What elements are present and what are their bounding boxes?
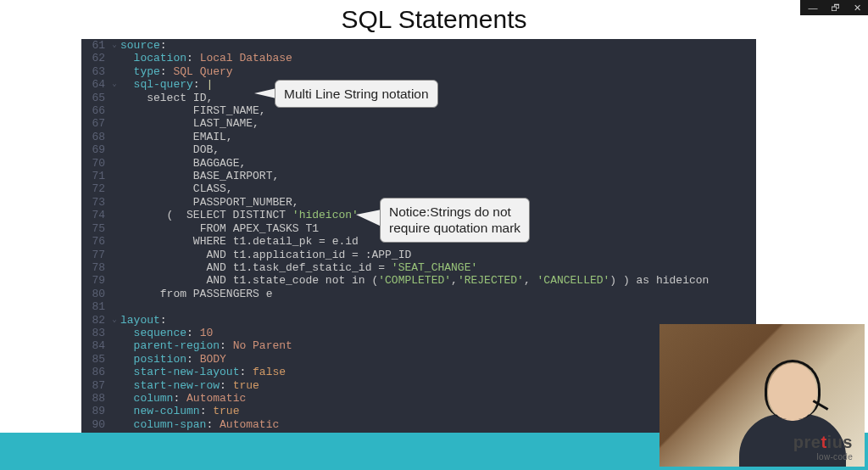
code-line[interactable]: 80 from PASSENGERS e bbox=[81, 288, 756, 300]
line-number: 88 bbox=[81, 392, 108, 405]
code-content: new-column: true bbox=[120, 405, 239, 417]
slide-title: SQL Statements bbox=[0, 0, 868, 41]
line-number: 67 bbox=[81, 117, 108, 130]
code-line[interactable]: 85 position: BODY bbox=[81, 353, 756, 366]
code-line[interactable]: 61⌄source: bbox=[81, 39, 756, 52]
line-number: 76 bbox=[81, 235, 108, 248]
line-number: 65 bbox=[81, 92, 108, 104]
fold-icon bbox=[108, 261, 120, 274]
code-content: select ID, bbox=[120, 92, 213, 104]
line-number: 70 bbox=[81, 157, 108, 170]
code-content: AND t1.task_def_static_id = 'SEAT_CHANGE… bbox=[120, 261, 477, 274]
fold-icon bbox=[108, 249, 120, 261]
fold-icon bbox=[108, 327, 120, 339]
code-content: sequence: 10 bbox=[120, 327, 213, 339]
fold-icon bbox=[108, 366, 120, 378]
code-content: source: bbox=[120, 39, 167, 52]
code-line[interactable]: 68 EMAIL, bbox=[81, 131, 756, 143]
fold-icon bbox=[108, 196, 120, 209]
code-line[interactable]: 83 sequence: 10 bbox=[81, 327, 756, 339]
code-line[interactable]: 86 start-new-layout: false bbox=[81, 366, 756, 378]
code-line[interactable]: 89 new-column: true bbox=[81, 405, 756, 417]
code-content: from PASSENGERS e bbox=[120, 288, 272, 300]
fold-icon bbox=[108, 104, 120, 117]
code-line[interactable]: 77 AND t1.application_id = :APP_ID bbox=[81, 249, 756, 261]
code-content: BAGGAGE, bbox=[120, 157, 246, 170]
webcam-overlay: pretius low-code bbox=[659, 324, 865, 467]
line-number: 82 bbox=[81, 314, 108, 327]
line-number: 83 bbox=[81, 327, 108, 339]
fold-icon bbox=[108, 339, 120, 352]
code-line[interactable]: 71 BASE_AIRPORT, bbox=[81, 170, 756, 182]
code-content: ( SELECT DISTINCT 'hideicon' bbox=[120, 209, 359, 221]
logo-text: pre bbox=[793, 433, 821, 451]
code-line[interactable]: 69 DOB, bbox=[81, 143, 756, 156]
code-content: sql-query: | bbox=[120, 78, 213, 91]
line-number: 90 bbox=[81, 418, 108, 431]
code-line[interactable]: 63 type: SQL Query bbox=[81, 65, 756, 78]
fold-icon bbox=[108, 65, 120, 78]
window-maximize-button[interactable]: 🗗 bbox=[824, 3, 846, 13]
line-number: 66 bbox=[81, 104, 108, 117]
code-content: BASE_AIRPORT, bbox=[120, 170, 279, 182]
callout-tail bbox=[254, 88, 276, 98]
code-line[interactable]: 87 start-new-row: true bbox=[81, 379, 756, 392]
code-line[interactable]: 88 column: Automatic bbox=[81, 392, 756, 405]
code-line[interactable]: 81 bbox=[81, 300, 756, 313]
fold-icon bbox=[108, 274, 120, 287]
line-number: 86 bbox=[81, 366, 108, 378]
callout-no-quotes: Notice:Strings do not require quotation … bbox=[380, 198, 530, 243]
code-content: FROM APEX_TASKS T1 bbox=[120, 222, 319, 235]
code-content: PASSPORT_NUMBER, bbox=[120, 196, 299, 209]
line-number: 75 bbox=[81, 222, 108, 235]
fold-icon bbox=[108, 418, 120, 431]
code-line[interactable]: 79 AND t1.state_code not in ('COMPLETED'… bbox=[81, 274, 756, 287]
code-content: location: Local Database bbox=[120, 52, 292, 64]
code-line[interactable]: 82⌄layout: bbox=[81, 314, 756, 327]
fold-icon bbox=[108, 300, 120, 313]
line-number: 87 bbox=[81, 379, 108, 392]
code-line[interactable]: 62 location: Local Database bbox=[81, 52, 756, 64]
line-number: 64 bbox=[81, 78, 108, 91]
code-content: layout: bbox=[120, 314, 167, 327]
code-content: column: Automatic bbox=[120, 392, 246, 405]
line-number: 71 bbox=[81, 170, 108, 182]
code-line[interactable]: 70 BAGGAGE, bbox=[81, 157, 756, 170]
code-line[interactable]: 72 CLASS, bbox=[81, 182, 756, 195]
fold-icon bbox=[108, 143, 120, 156]
line-number: 89 bbox=[81, 405, 108, 417]
brand-logo: pretius low-code bbox=[793, 433, 853, 462]
line-number: 72 bbox=[81, 182, 108, 195]
code-content: AND t1.application_id = :APP_ID bbox=[120, 249, 411, 261]
fold-icon[interactable]: ⌄ bbox=[108, 314, 120, 327]
code-content: EMAIL, bbox=[120, 131, 233, 143]
line-number: 79 bbox=[81, 274, 108, 287]
code-line[interactable]: 90 column-span: Automatic bbox=[81, 418, 756, 431]
code-line[interactable]: 67 LAST_NAME, bbox=[81, 117, 756, 130]
code-content: FIRST_NAME, bbox=[120, 104, 266, 117]
fold-icon[interactable]: ⌄ bbox=[108, 78, 120, 91]
line-number: 61 bbox=[81, 39, 108, 52]
code-content: start-new-layout: false bbox=[120, 366, 286, 378]
fold-icon[interactable]: ⌄ bbox=[108, 39, 120, 52]
line-number: 81 bbox=[81, 300, 108, 313]
line-number: 77 bbox=[81, 249, 108, 261]
line-number: 69 bbox=[81, 143, 108, 156]
code-content: start-new-row: true bbox=[120, 379, 259, 392]
fold-icon bbox=[108, 392, 120, 405]
logo-text-accent: t bbox=[821, 433, 826, 451]
line-number: 62 bbox=[81, 52, 108, 64]
code-content: column-span: Automatic bbox=[120, 418, 279, 431]
fold-icon bbox=[108, 379, 120, 392]
window-close-button[interactable]: ✕ bbox=[846, 3, 868, 14]
line-number: 84 bbox=[81, 339, 108, 352]
window-minimize-button[interactable]: — bbox=[802, 3, 824, 13]
code-line[interactable]: 84 parent-region: No Parent bbox=[81, 339, 756, 352]
line-number: 78 bbox=[81, 261, 108, 274]
fold-icon bbox=[108, 131, 120, 143]
fold-icon bbox=[108, 170, 120, 182]
fold-icon bbox=[108, 92, 120, 104]
fold-icon bbox=[108, 52, 120, 64]
code-line[interactable]: 78 AND t1.task_def_static_id = 'SEAT_CHA… bbox=[81, 261, 756, 274]
fold-icon bbox=[108, 405, 120, 417]
